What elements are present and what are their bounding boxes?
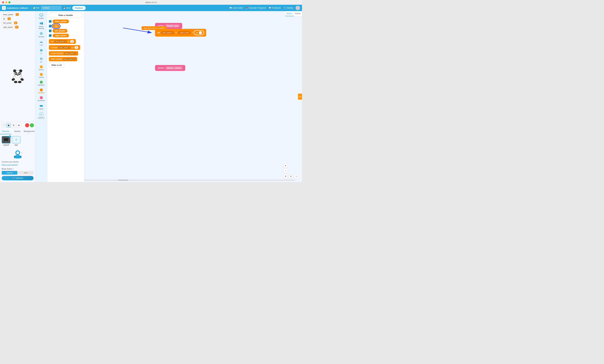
cat-item-ai[interactable]: AI <box>36 48 47 55</box>
var-block-right-power[interactable]: right_power <box>52 34 69 37</box>
avatar[interactable] <box>296 6 300 10</box>
example-programs-link[interactable]: 📚 Example Programs <box>246 7 266 9</box>
show-variable-block[interactable]: show variable base_power ▾ <box>49 51 78 56</box>
cat-item-display[interactable]: Display <box>36 12 47 20</box>
add-device-item[interactable]: + Add <box>12 136 21 146</box>
hide-variable-block[interactable]: hide variable base_power ▾ <box>49 57 77 61</box>
tab-blocks[interactable]: Blocks <box>285 11 294 16</box>
tab-python[interactable]: Python <box>294 11 302 16</box>
var-checkbox-kp[interactable] <box>49 25 51 27</box>
user-guide-link[interactable]: 📖 User Guide <box>229 7 243 9</box>
define-name-detect-colors: detect_colors <box>165 66 183 70</box>
define-detect-colors-block[interactable]: define detect_colors <box>155 65 185 71</box>
cat-item-events[interactable]: Events <box>36 65 47 71</box>
make-variable-button[interactable]: Make a Variable <box>49 13 82 18</box>
cat-item-iot[interactable]: IoT <box>36 56 47 64</box>
tab-row: Devices Sprites Background <box>0 129 35 134</box>
cat-item-motion-sensing[interactable]: Motion Sensing <box>36 21 47 30</box>
canvas-scroll-thumb[interactable] <box>118 180 128 181</box>
left-power-dropdown[interactable]: left_power ▾ <box>161 31 174 34</box>
var-checkbox-base-power[interactable] <box>49 20 51 23</box>
tab-background[interactable]: Background <box>23 129 35 134</box>
grid4-view-button[interactable]: ⊞ <box>16 123 21 127</box>
device-image <box>3 137 9 142</box>
code-tag-button[interactable] <box>298 94 302 100</box>
set-left-power-block[interactable]: set left_power ▾ to base_powe • kp <box>155 29 206 36</box>
zoom-in-button[interactable]: + <box>283 163 288 168</box>
var-block-left-power[interactable]: left_power <box>52 29 67 33</box>
svg-point-2 <box>13 69 16 73</box>
hide-var-dropdown[interactable]: base_power ▾ <box>63 58 75 60</box>
var-name-right-power: right_power <box>2 25 14 29</box>
var-value-right-power: 0 <box>15 26 18 28</box>
live-mode-button[interactable]: Live <box>18 171 34 175</box>
menu-bar: M makeblock | mBlock | 📁 File 💾 Save Pub… <box>0 5 302 11</box>
cat-item-control[interactable]: Control <box>36 72 47 79</box>
minimize-button[interactable] <box>5 1 7 3</box>
setting-link[interactable]: ⚙️ Setting <box>283 7 293 9</box>
var-block-kp[interactable]: kp <box>52 24 60 28</box>
change-var-dropdown[interactable]: base_power ▾ <box>59 47 70 49</box>
var-value-left-power: 0 <box>14 22 17 24</box>
show-var-dropdown[interactable]: base_power ▾ <box>64 52 76 55</box>
svg-point-3 <box>19 69 22 73</box>
canvas-scrollbar[interactable] <box>84 180 295 181</box>
code-canvas[interactable]: Blocks Python define follow_line stop an… <box>84 11 302 182</box>
project-name-input[interactable] <box>41 6 61 10</box>
cat-item-variables[interactable]: Variables <box>36 88 47 95</box>
svg-point-13 <box>15 77 20 81</box>
change-variable-block[interactable]: change base_power ▾ by 1 <box>49 45 80 50</box>
expand-view-button[interactable]: ⛶ <box>1 123 6 127</box>
cat-label-events: Events <box>39 69 44 71</box>
cat-label-extension: extension <box>38 117 45 119</box>
reset-zoom-button[interactable]: = <box>294 174 299 179</box>
info-icon: ℹ <box>13 168 14 170</box>
grid2-view-button[interactable]: ▦ <box>6 123 11 127</box>
upload-mode-button[interactable]: Upload <box>2 171 17 175</box>
cat-item-operators[interactable]: Operators <box>36 80 47 87</box>
zoom-out-button[interactable]: − <box>283 169 288 173</box>
cyberpi-device[interactable]: × CyberPi <box>2 136 11 146</box>
var-name-kp: kp <box>2 17 7 20</box>
publish-button[interactable]: Publish <box>72 6 86 10</box>
add-device-button[interactable]: + <box>12 136 21 144</box>
set-variable-block[interactable]: set base_power ▾ to 0 <box>49 39 76 44</box>
categories-panel: Display Motion Sensing Sensing LAN AI <box>35 11 47 182</box>
cat-item-extension[interactable]: + extension <box>36 111 47 120</box>
redo-button[interactable]: ↻ <box>289 174 293 179</box>
set-var-dropdown[interactable]: base_power ▾ <box>55 40 66 43</box>
device-remove-button[interactable]: × <box>9 135 11 138</box>
maximize-button[interactable] <box>8 1 11 3</box>
cat-item-mbot2[interactable]: mBot2 <box>36 103 47 111</box>
var-checkbox-left-power[interactable] <box>49 29 51 32</box>
base-power-value[interactable]: base_powe <box>178 31 191 34</box>
var-badge-right-power: right_power 0 <box>2 25 34 29</box>
change-value[interactable]: 1 <box>75 46 78 49</box>
window-controls[interactable] <box>2 1 11 3</box>
file-menu[interactable]: 📁 File <box>33 7 39 9</box>
list-view-button[interactable]: ☰ <box>12 123 16 127</box>
cat-item-lan[interactable]: LAN <box>36 39 47 47</box>
device-name: CyberPi <box>3 144 9 146</box>
connect-button[interactable]: 🔗 Connect <box>2 176 34 180</box>
how-to-use-link[interactable]: How to use device? <box>2 164 18 166</box>
cat-item-my-blocks[interactable]: My Blocks <box>36 96 47 102</box>
var-block-base-power[interactable]: base_power <box>52 20 69 23</box>
svg-rect-25 <box>40 14 43 16</box>
make-list-button[interactable]: Make a List <box>49 63 64 68</box>
cat-item-sensing[interactable]: Sensing <box>36 31 47 38</box>
undo-button[interactable]: ↺ <box>283 174 288 179</box>
var-checkbox-right-power[interactable] <box>49 34 51 37</box>
stop-button[interactable] <box>25 123 29 127</box>
tab-devices[interactable]: Devices <box>0 129 12 134</box>
play-button[interactable] <box>30 123 34 127</box>
feedback-link[interactable]: 💬 Feedback <box>269 7 281 9</box>
close-button[interactable] <box>2 1 4 3</box>
svg-point-15 <box>18 81 21 83</box>
save-button[interactable]: 💾 Save <box>63 7 71 9</box>
connect-area: Connect your device How to use device? M… <box>0 148 35 182</box>
set-value[interactable]: 0 <box>70 40 74 43</box>
tab-sprites[interactable]: Sprites <box>12 129 23 134</box>
var-badge-left-power: left_power 0 <box>2 21 34 24</box>
kp-value-block[interactable]: kp <box>194 30 204 35</box>
